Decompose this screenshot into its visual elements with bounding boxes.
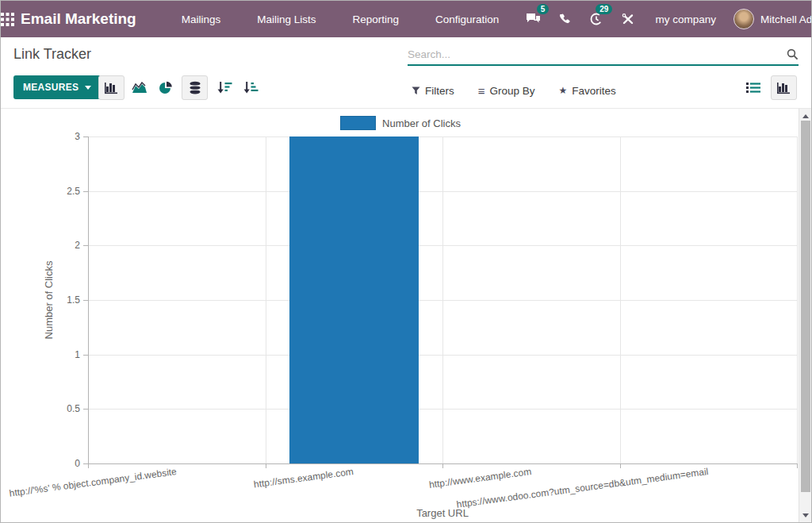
control-panel-top: Link Tracker bbox=[1, 37, 811, 72]
search-box bbox=[408, 44, 799, 66]
y-tick-label: 2.5 bbox=[1, 186, 80, 198]
avatar bbox=[733, 9, 754, 29]
line-chart-mode-button[interactable] bbox=[126, 75, 152, 100]
v-gridline bbox=[442, 137, 443, 463]
chart-legend[interactable]: Number of Clicks bbox=[1, 116, 800, 130]
search-facets: Filters ≡ Group By ★ Favorites bbox=[412, 72, 616, 109]
x-category-label: http://www.example.com bbox=[428, 466, 532, 490]
measures-label: MEASURES bbox=[23, 82, 79, 93]
v-gridline bbox=[797, 137, 798, 463]
apps-menu-button[interactable] bbox=[1, 1, 14, 37]
x-tick-mark bbox=[88, 463, 89, 468]
y-tick-label: 0.5 bbox=[1, 403, 80, 415]
scrollbar-thumb[interactable] bbox=[801, 121, 810, 492]
sort-ascending-button[interactable] bbox=[238, 75, 264, 100]
scroll-down-arrow[interactable] bbox=[799, 510, 812, 521]
chevron-down-icon bbox=[85, 86, 91, 90]
x-tick-mark bbox=[442, 463, 443, 468]
sort-asc-icon bbox=[243, 81, 259, 94]
area-chart-icon bbox=[132, 82, 147, 94]
group-by-label: Group By bbox=[490, 85, 535, 97]
v-gridline bbox=[266, 137, 266, 463]
y-tick-label: 1 bbox=[1, 349, 80, 361]
bar-chart-icon bbox=[104, 81, 119, 94]
search-input[interactable] bbox=[408, 48, 783, 60]
control-panel-toolbar: MEASURES bbox=[1, 72, 811, 109]
pie-chart-mode-button[interactable] bbox=[152, 75, 178, 100]
main-menu: Mailings Mailing Lists Reporting Configu… bbox=[163, 1, 518, 37]
x-category-label: http://'%s' % object.company_id.website bbox=[9, 466, 178, 499]
measures-button[interactable]: MEASURES bbox=[13, 75, 101, 99]
chart-bar[interactable] bbox=[289, 137, 419, 463]
tools-button[interactable] bbox=[612, 1, 644, 37]
x-tick-mark bbox=[266, 463, 266, 468]
filters-label: Filters bbox=[425, 85, 454, 97]
legend-label: Number of Clicks bbox=[382, 117, 461, 129]
y-tick-label: 3 bbox=[1, 131, 80, 143]
y-tick-label: 2 bbox=[1, 240, 80, 252]
activities-button[interactable]: 29 bbox=[580, 1, 612, 37]
graph-view: Number of Clicks Number of Clicks Target… bbox=[1, 109, 800, 523]
messages-badge: 5 bbox=[537, 4, 550, 14]
user-menu[interactable]: Mitchell Admin bbox=[733, 9, 812, 29]
phone-icon bbox=[558, 13, 571, 25]
apps-grid-icon bbox=[1, 13, 14, 26]
v-gridline bbox=[88, 137, 89, 463]
messages-icon bbox=[526, 13, 541, 26]
stacked-icon bbox=[189, 81, 201, 95]
bar-chart-mode-button[interactable] bbox=[98, 75, 124, 100]
user-name: Mitchell Admin bbox=[760, 13, 812, 25]
v-gridline bbox=[620, 137, 621, 463]
star-icon: ★ bbox=[559, 85, 568, 96]
filter-icon bbox=[412, 87, 420, 95]
filters-button[interactable]: Filters bbox=[412, 85, 454, 97]
pie-chart-icon bbox=[159, 81, 173, 95]
triangle-down-icon bbox=[802, 513, 809, 517]
legend-swatch bbox=[340, 116, 376, 130]
y-tick-label: 0 bbox=[1, 458, 80, 470]
graph-view-icon bbox=[776, 81, 791, 94]
menu-mailings[interactable]: Mailings bbox=[163, 1, 239, 37]
vertical-scrollbar[interactable] bbox=[799, 109, 811, 523]
page-title: Link Tracker bbox=[13, 46, 91, 63]
x-category-label: http://sms.example.com bbox=[253, 466, 354, 490]
list-view-button[interactable] bbox=[740, 75, 766, 100]
sort-desc-icon bbox=[217, 81, 232, 94]
stacked-toggle-button[interactable] bbox=[182, 75, 208, 100]
app-title: Email Marketing bbox=[21, 10, 136, 28]
company-switcher[interactable]: my company bbox=[644, 13, 733, 25]
group-by-button[interactable]: ≡ Group By bbox=[478, 84, 535, 98]
activities-badge: 29 bbox=[596, 4, 612, 14]
favorites-label: Favorites bbox=[572, 85, 616, 97]
menu-configuration[interactable]: Configuration bbox=[417, 1, 517, 37]
sort-descending-button[interactable] bbox=[212, 75, 238, 100]
app-window: Email Marketing Mailings Mailing Lists R… bbox=[0, 0, 812, 523]
scroll-up-arrow[interactable] bbox=[799, 110, 812, 121]
x-tick-mark bbox=[797, 463, 798, 468]
phone-button[interactable] bbox=[549, 1, 580, 37]
favorites-button[interactable]: ★ Favorites bbox=[559, 85, 616, 97]
triangle-up-icon bbox=[802, 114, 809, 118]
menu-mailing-lists[interactable]: Mailing Lists bbox=[239, 1, 334, 37]
search-icon[interactable] bbox=[783, 48, 799, 60]
view-switcher bbox=[740, 75, 797, 100]
systray: 5 29 my company Mitchell A bbox=[517, 1, 812, 37]
graph-view-button[interactable] bbox=[771, 75, 797, 100]
tools-icon bbox=[622, 13, 634, 25]
x-tick-mark bbox=[620, 463, 621, 468]
top-navbar: Email Marketing Mailings Mailing Lists R… bbox=[1, 1, 811, 37]
group-by-icon: ≡ bbox=[478, 84, 485, 98]
y-tick-label: 1.5 bbox=[1, 294, 80, 306]
messages-button[interactable]: 5 bbox=[517, 1, 549, 37]
menu-reporting[interactable]: Reporting bbox=[335, 1, 418, 37]
list-view-icon bbox=[746, 82, 760, 94]
